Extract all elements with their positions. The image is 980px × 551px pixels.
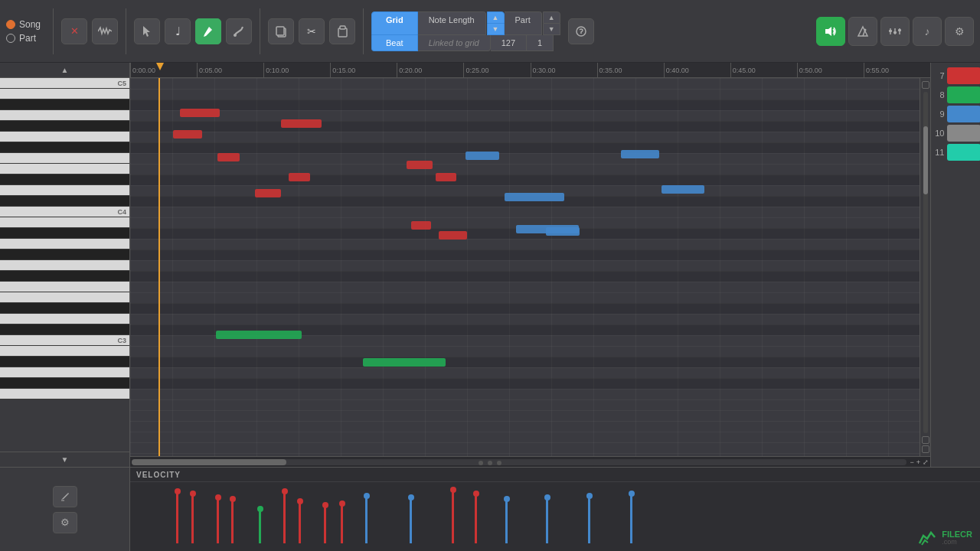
scroll-down-btn[interactable] [922,436,929,444]
piano-key-gb3[interactable] [0,271,129,282]
vel-bar-2[interactable] [217,497,219,543]
vel-bar-5[interactable] [283,491,286,543]
grid-canvas[interactable] [130,78,930,456]
vel-bar-6[interactable] [299,501,301,543]
piano-key-db4[interactable] [0,196,129,207]
grid-area[interactable]: 0:00.000:05.000:10.000:15.000:20.000:25.… [130,63,930,467]
vel-bar-10[interactable] [410,497,412,543]
zoom-out-btn[interactable]: − [910,458,913,466]
piano-key-ab2[interactable] [0,378,129,389]
piano-key-c4[interactable]: C4 [0,207,129,217]
paste-button[interactable] [329,18,355,44]
piano-key-f3[interactable] [0,282,129,292]
track-slot-9[interactable]: 9 [931,106,981,122]
piano-scroll-up[interactable]: ▲ [0,63,129,78]
note-block-5[interactable] [255,189,281,197]
vel-bar-1[interactable] [191,494,194,543]
velocity-content[interactable]: VELOCITY FILECR .com [130,468,980,551]
note-block-16[interactable] [621,150,659,158]
track-slot-7[interactable]: 7 [931,67,981,84]
vel-bar-7[interactable] [324,505,326,543]
expand-grid-btn[interactable]: ⤢ [923,458,929,466]
note-block-6[interactable] [407,161,433,169]
cursor-tool-button[interactable] [134,18,160,44]
piano-key-ab4[interactable] [0,121,129,132]
vel-bar-15[interactable] [588,496,590,543]
note-block-2[interactable] [217,153,240,161]
note-block-3[interactable] [281,119,322,128]
scissors-button[interactable]: ✂ [299,18,325,44]
piano-key-e4[interactable] [0,164,129,174]
piano-key-a2[interactable] [0,367,129,378]
scroll-expand-btn[interactable] [922,445,929,453]
piano-key-bb3[interactable] [0,228,129,239]
vel-bar-4[interactable] [259,509,261,543]
vel-bar-13[interactable] [505,499,508,543]
piano-key-e3[interactable] [0,292,129,303]
waveform-button[interactable] [92,18,118,44]
beat-tab-button[interactable]: Beat [371,35,418,51]
note-tool-button[interactable]: ♩ [165,18,191,44]
piano-key-g2[interactable] [0,389,129,399]
settings-button[interactable]: ⚙ [945,17,974,46]
note-block-11[interactable] [363,358,446,367]
track-slot-11[interactable]: 11 [931,144,981,161]
key-button[interactable]: ♪ [913,17,942,46]
piano-key-db3[interactable] [0,324,129,335]
piano-key-f4[interactable] [0,153,129,164]
piano-scroll-down[interactable]: ▼ [0,452,129,467]
note-block-12[interactable] [466,152,499,160]
vel-bar-9[interactable] [365,496,368,543]
piano-key-d4[interactable] [0,185,129,196]
note-block-15[interactable] [546,227,580,236]
part-radio[interactable]: Part [6,33,41,44]
velocity-up-button[interactable]: ▲ [487,11,505,24]
part-up-button[interactable]: ▲ [543,11,560,24]
song-radio[interactable]: Song [6,19,41,30]
note-block-1[interactable] [173,130,202,139]
piano-key-a3[interactable] [0,239,129,249]
unknown-button[interactable] [568,18,594,44]
brush-tool-button[interactable] [226,18,252,44]
velocity-gear-button[interactable]: ⚙ [53,512,77,533]
piano-key-b3[interactable] [0,217,129,228]
speaker-button[interactable] [816,17,845,46]
piano-key-eb3[interactable] [0,303,129,314]
piano-key-b2[interactable] [0,346,129,357]
velocity-pencil-button[interactable] [53,486,77,507]
pen-tool-button[interactable] [195,18,221,44]
note-block-10[interactable] [216,331,302,339]
zoom-in-btn[interactable]: + [916,458,920,466]
track-slot-8[interactable]: 8 [931,86,981,103]
piano-key-c3[interactable]: C3 [0,335,129,346]
velocity-arrows-btn[interactable]: ▼ [487,24,505,35]
note-block-13[interactable] [505,193,564,201]
vel-bar-16[interactable] [630,494,632,543]
track-slot-10[interactable]: 10 [931,125,981,142]
note-block-17[interactable] [662,185,704,194]
piano-key-g3[interactable] [0,260,129,271]
piano-key-bb2[interactable] [0,357,129,367]
vel-bar-12[interactable] [475,494,477,543]
vel-bar-3[interactable] [231,499,234,543]
part-down-button[interactable]: ▼ [543,24,560,35]
vel-bar-8[interactable] [341,504,343,543]
copy-button[interactable] [268,18,294,44]
note-block-7[interactable] [436,173,456,181]
vel-bar-14[interactable] [546,497,548,543]
note-block-0[interactable] [180,109,220,117]
piano-key-c5[interactable]: C5 [0,78,129,89]
piano-key-g4[interactable] [0,132,129,142]
vel-bar-11[interactable] [452,490,454,543]
note-block-8[interactable] [411,221,431,230]
piano-key-eb4[interactable] [0,174,129,185]
piano-key-d3[interactable] [0,314,129,324]
piano-key-bb4[interactable] [0,99,129,110]
note-block-9[interactable] [439,231,467,240]
grid-tab-button[interactable]: Grid [371,11,418,35]
scroll-up-btn[interactable] [922,81,929,89]
piano-key-b4[interactable] [0,89,129,99]
piano-key-ab3[interactable] [0,249,129,260]
close-button[interactable]: ✕ [61,18,87,44]
piano-key-a4[interactable] [0,110,129,121]
